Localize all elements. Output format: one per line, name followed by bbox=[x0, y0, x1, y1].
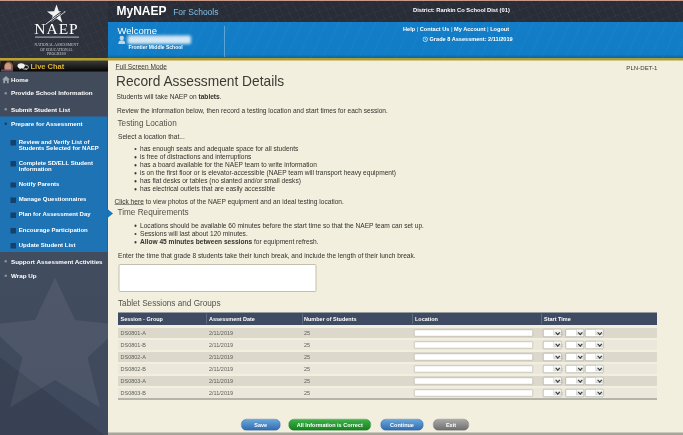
svg-text:NAEP: NAEP bbox=[34, 20, 78, 37]
svg-text:PROGRESS: PROGRESS bbox=[47, 52, 66, 56]
svg-text:OF EDUCATIONAL: OF EDUCATIONAL bbox=[40, 48, 73, 52]
svg-text:NATIONAL ASSESSMENT: NATIONAL ASSESSMENT bbox=[34, 43, 79, 47]
